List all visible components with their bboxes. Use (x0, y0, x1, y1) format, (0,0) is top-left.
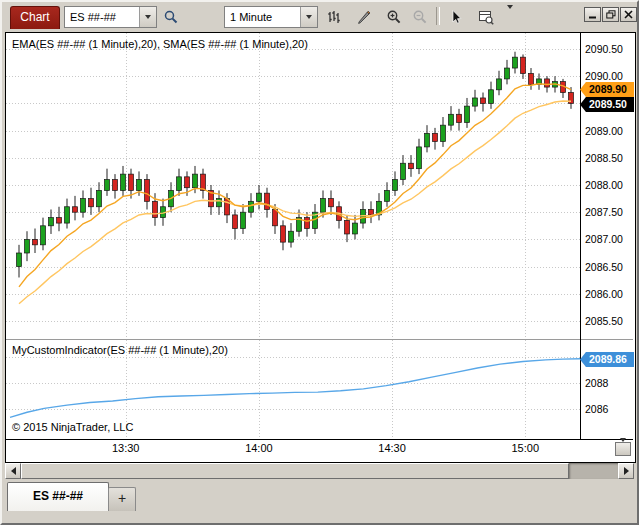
price-axis-label: 2087.00 (585, 233, 623, 245)
tab-instrument[interactable]: ES ##-## (7, 482, 109, 511)
horizontal-scrollbar[interactable] (5, 463, 634, 479)
scroll-down-icon (620, 442, 626, 457)
data-box-icon (478, 9, 494, 25)
price-axis-label: 2090.00 (585, 70, 623, 82)
bar-chart-icon (326, 9, 342, 25)
zoom-in-icon (386, 9, 402, 25)
time-axis-label: 13:30 (112, 442, 140, 454)
chart-area: EMA(ES ##-## (1 Minute),20), SMA(ES ##-#… (5, 32, 636, 463)
price-axis-label: 2087.50 (585, 206, 623, 218)
minimize-button[interactable] (584, 7, 601, 22)
zoom-out-button[interactable] (408, 6, 432, 27)
scroll-left-icon (11, 467, 16, 475)
instrument-selector[interactable]: ES ##-## (64, 6, 157, 28)
price-axis-label: 2086.50 (585, 261, 623, 273)
close-icon (624, 10, 633, 19)
time-axis-label: 14:30 (378, 442, 406, 454)
axis-scroll-down-button[interactable] (615, 442, 631, 456)
minimize-icon (588, 10, 597, 19)
price-panel-label: EMA(ES ##-## (1 Minute),20), SMA(ES ##-#… (12, 38, 308, 50)
maximize-icon (606, 10, 616, 19)
copyright-text: © 2015 NinjaTrader, LLC (12, 421, 133, 433)
close-button[interactable] (620, 7, 637, 22)
scroll-right-button[interactable] (618, 463, 634, 479)
scroll-right-icon (624, 467, 629, 475)
price-axis-label: 2088 (585, 377, 608, 389)
dropdown-arrow-icon[interactable] (139, 7, 156, 27)
scroll-left-button[interactable] (5, 463, 21, 479)
zoom-in-button[interactable] (382, 6, 406, 27)
time-axis-label: 15:00 (511, 442, 539, 454)
price-axis-label: 2085.50 (585, 315, 623, 327)
price-panel[interactable] (6, 33, 580, 339)
dropdown-arrow-icon[interactable] (300, 7, 317, 27)
add-tab-button[interactable]: + (108, 487, 136, 511)
panel-divider[interactable] (6, 339, 633, 340)
scrollbar-track[interactable] (569, 463, 618, 479)
magnifier-icon (163, 9, 179, 25)
price-axis-label: 2088.00 (585, 179, 623, 191)
price-axis-label: 2086 (585, 403, 608, 415)
price-axis-line (580, 33, 581, 439)
cursor-icon (448, 9, 464, 25)
chart-window-tab[interactable]: Chart (10, 6, 60, 29)
chevron-down-icon (507, 9, 513, 24)
app-window: Chart ES ##-## 1 Minute (0, 0, 639, 525)
interval-selector[interactable]: 1 Minute (224, 6, 318, 28)
instrument-selector-value: ES ##-## (65, 11, 139, 23)
pencil-icon (356, 9, 372, 25)
chart-style-button[interactable] (322, 6, 346, 27)
tab-bar: ES ##-## + (5, 481, 634, 515)
cursor-mode-button[interactable] (444, 6, 468, 27)
scrollbar-thumb[interactable] (21, 463, 569, 479)
toolbar: Chart ES ##-## 1 Minute (2, 2, 637, 30)
time-axis-divider (6, 439, 633, 440)
instrument-search-button[interactable] (159, 6, 183, 27)
price-axis-label: 2089.00 (585, 125, 623, 137)
ma-price-badge: 2089.90 (580, 82, 634, 97)
price-axis-label: 2086.00 (585, 288, 623, 300)
drawing-tools-button[interactable] (352, 6, 376, 27)
price-axis-label: 2090.50 (585, 43, 623, 55)
toolbar-separator (436, 7, 440, 25)
indicator-panel-label: MyCustomIndicator(ES ##-## (1 Minute),20… (12, 344, 228, 356)
data-box-button[interactable] (474, 6, 498, 27)
indicator-value-badge: 2089.86 (580, 352, 634, 367)
interval-selector-value: 1 Minute (225, 11, 300, 23)
maximize-button[interactable] (602, 7, 619, 22)
price-axis-label: 2088.50 (585, 152, 623, 164)
last-price-badge: 2089.50 (580, 97, 634, 112)
zoom-out-icon (412, 9, 428, 25)
time-axis-label: 14:00 (245, 442, 273, 454)
toolbar-more-button[interactable] (502, 6, 518, 27)
